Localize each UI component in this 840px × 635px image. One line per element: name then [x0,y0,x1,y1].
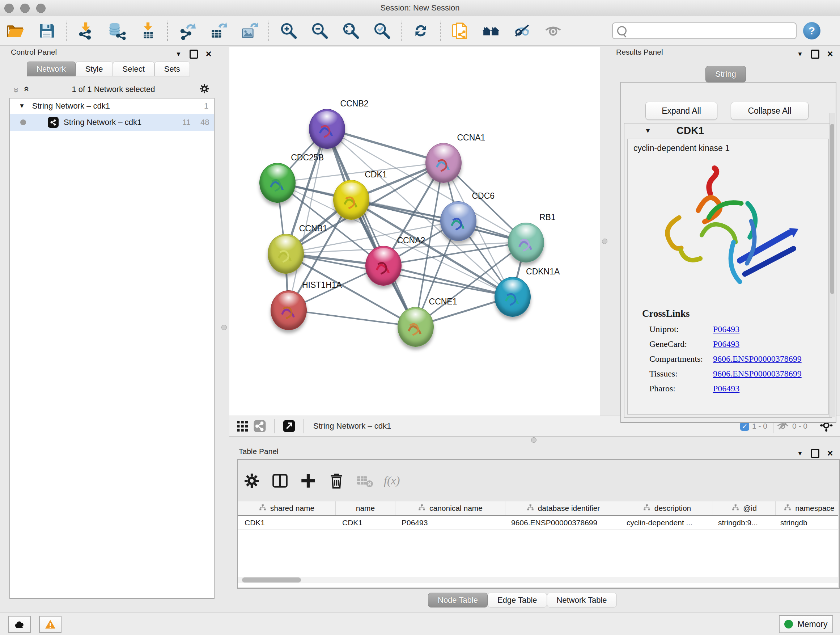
zoom-fit-icon[interactable] [339,20,362,42]
zoom-in-icon[interactable] [277,20,300,42]
panel-collapse-icon[interactable]: ▼ [797,51,803,58]
import-network-icon[interactable] [74,20,97,42]
column-header-label: @id [743,504,757,513]
column-header-shared-name[interactable]: shared name [238,501,336,515]
help-icon[interactable]: ? [803,22,821,40]
tab-network-table[interactable]: Network Table [547,593,617,608]
network-view-canvas[interactable]: CCNB2CCNA1CDC25BCDK1CDC6RB1CCNB1CCNA2CDK… [229,47,600,416]
tab-edge-table[interactable]: Edge Table [488,593,547,608]
show-hide-icon[interactable] [542,20,564,42]
cloud-status-button[interactable] [8,616,31,633]
panel-float-icon[interactable] [189,50,198,59]
column-header-namespace[interactable]: namespace [775,501,838,515]
expand-all-networks-icon[interactable]: » [20,88,32,91]
string-style-icon[interactable] [252,415,268,437]
refresh-icon[interactable] [409,20,432,42]
panel-close-icon[interactable]: × [827,448,833,458]
delete-row-trash-icon[interactable] [325,470,347,492]
panel-close-icon[interactable]: × [827,49,833,59]
table-cell[interactable]: stringdb [774,516,838,529]
network-node-ccnb1[interactable] [268,234,304,274]
network-node-ccna2[interactable] [365,246,401,286]
warning-status-button[interactable] [39,616,62,633]
crosslink-link[interactable]: P06493 [713,325,739,334]
network-row[interactable]: String Network – cdk1 11 48 [10,114,214,131]
export-table-icon[interactable] [207,20,229,42]
table-cell[interactable]: P06493 [395,516,504,529]
table-cell[interactable]: cyclin-dependent ... [620,516,711,529]
birds-eye-grid-icon[interactable] [234,415,250,437]
protein-ribbon-thumbnail [514,233,538,256]
crosslink-link[interactable]: 9606.ENSP00000378699 [713,369,802,379]
network-node-cdk1[interactable] [333,180,369,220]
table-options-gear-icon[interactable] [240,470,263,492]
show-columns-icon[interactable] [269,470,291,492]
import-table-icon[interactable] [137,20,159,42]
column-header-database-identifier[interactable]: database identifier [505,501,621,515]
memory-button[interactable]: Memory [779,615,833,633]
open-session-icon[interactable] [4,20,27,42]
network-edge[interactable] [288,310,415,326]
network-node-ccna1[interactable] [425,143,462,183]
export-network-icon[interactable] [176,20,198,42]
table-cell[interactable]: CDK1 [238,516,335,529]
expand-all-button[interactable]: Expand All [645,102,717,120]
save-session-icon[interactable] [35,20,58,42]
table-scrollbar-thumb[interactable] [242,578,301,583]
network-collection-row[interactable]: ▼ String Network – cdk1 1 [10,98,214,114]
column-header-canonical-name[interactable]: canonical name [395,501,505,515]
clone-network-icon[interactable] [448,20,471,42]
column-header--id[interactable]: @id [713,501,775,515]
import-network-database-icon[interactable] [106,20,128,42]
right-splitter-handle[interactable] [602,239,607,244]
network-options-gear-icon[interactable] [199,83,210,96]
tab-sets[interactable]: Sets [155,62,190,76]
bottom-splitter-handle[interactable] [531,437,537,443]
table-horizontal-scrollbar[interactable] [238,577,838,583]
panel-collapse-icon[interactable]: ▼ [175,51,182,58]
network-node-cdc25b[interactable] [259,163,295,203]
network-node-rb1[interactable] [508,223,544,263]
collection-expander-icon[interactable]: ▼ [19,103,25,110]
results-tab-string[interactable]: String [706,66,746,82]
table-cell[interactable]: 9606.ENSP00000378699 [504,516,620,529]
table-row[interactable]: CDK1CDK1P064939606.ENSP00000378699cyclin… [238,516,838,530]
crosslink-link[interactable]: 9606.ENSP00000378699 [713,354,802,364]
table-cell[interactable]: CDK1 [335,516,395,529]
zoom-out-icon[interactable] [308,20,331,42]
hide-unhide-icon[interactable] [511,20,533,42]
section-expander-icon[interactable]: ▼ [645,127,651,135]
selected-checkbox-icon[interactable]: ✓ [740,422,749,431]
search-input[interactable] [629,24,796,38]
tab-select[interactable]: Select [113,62,155,76]
add-column-icon[interactable] [297,470,319,492]
search-box[interactable] [612,22,797,39]
results-scrollbar[interactable] [829,113,835,417]
protein-ribbon-thumbnail [431,154,456,176]
crosslink-link[interactable]: P06493 [713,339,739,349]
column-header-description[interactable]: description [621,501,713,515]
network-node-ccnb2[interactable] [309,109,345,149]
table-cell[interactable]: stringdb:9... [711,516,774,529]
panel-collapse-icon[interactable]: ▼ [797,450,803,457]
zoom-selected-icon[interactable] [370,20,393,42]
network-node-cdkn1a[interactable] [494,277,531,317]
panel-float-icon[interactable] [811,50,819,59]
panel-close-icon[interactable]: × [206,49,212,59]
column-header-name[interactable]: name [336,501,395,515]
left-splitter-handle[interactable] [221,325,227,330]
crosslink-row: Uniprot:P06493 [649,325,829,334]
network-node-ccne1[interactable] [398,307,434,347]
crosslink-link[interactable]: P06493 [713,384,739,394]
network-node-hist1h1a[interactable] [271,290,307,330]
tab-network[interactable]: Network [27,62,76,76]
collapse-all-button[interactable]: Collapse All [731,102,808,120]
results-scrollbar-thumb[interactable] [830,124,834,294]
tab-node-table[interactable]: Node Table [428,593,488,608]
gene-section-header[interactable]: ▼ CDK1 [624,124,832,138]
string-home-icon[interactable] [480,20,502,42]
tab-style[interactable]: Style [76,62,113,76]
open-in-new-icon[interactable] [281,415,297,437]
panel-float-icon[interactable] [811,449,819,458]
export-image-icon[interactable] [238,20,261,42]
